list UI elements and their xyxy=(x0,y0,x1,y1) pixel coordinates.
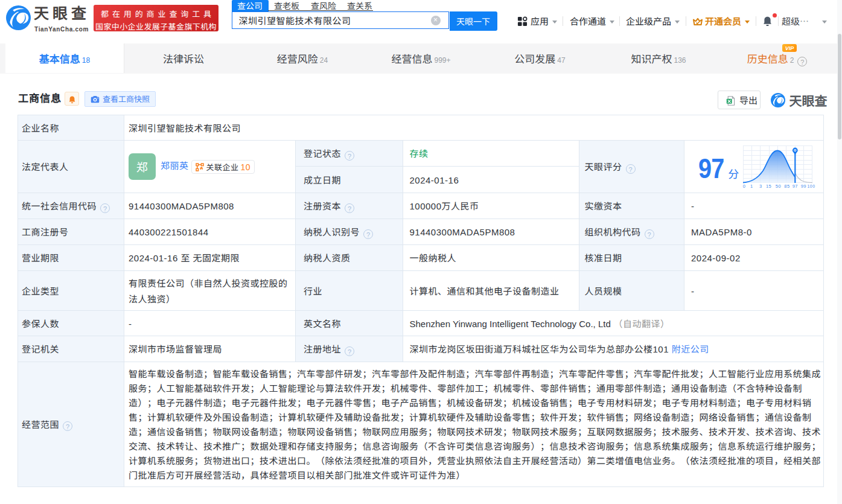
svg-text:85: 85 xyxy=(784,183,789,189)
svg-text:99: 99 xyxy=(800,183,806,189)
svg-text:1: 1 xyxy=(750,183,753,189)
svg-text:15: 15 xyxy=(766,183,771,189)
svg-text:3: 3 xyxy=(759,183,762,189)
svg-text:97: 97 xyxy=(792,183,797,189)
svg-text:0: 0 xyxy=(742,183,745,189)
svg-text:50: 50 xyxy=(775,183,780,189)
svg-text:100: 100 xyxy=(807,184,815,188)
